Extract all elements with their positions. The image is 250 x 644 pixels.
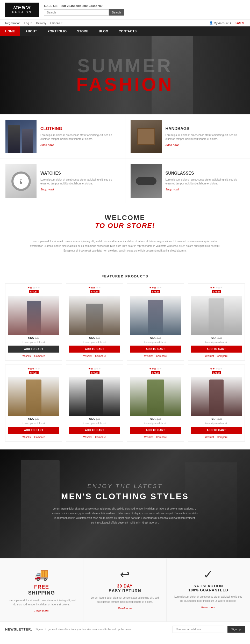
category-clothing: CLOTHING Lorem ipsum dolor sit amet cons… <box>0 114 125 159</box>
welcome-subtitle: TO OUR STORE! <box>26 222 224 230</box>
add-to-cart-btn-4[interactable]: ADD TO CART <box>191 346 242 353</box>
compare-2[interactable]: Compare <box>95 355 106 357</box>
banner-content: ENJOY THE LATEST MEN'S CLOTHING STYLES L… <box>0 483 250 525</box>
registration-link[interactable]: Registration <box>5 22 20 25</box>
feature-satisfaction: ✓ SATISFACTION 100% GUARANTEED Lorem ips… <box>167 559 250 621</box>
logo-text: MEN'S <box>13 5 31 10</box>
add-to-cart-btn-8[interactable]: ADD TO CART <box>191 427 242 434</box>
shipping-title-2: SHIPPING <box>28 590 55 596</box>
sunglasses-link[interactable]: Shop now! <box>166 188 179 191</box>
cart-link[interactable]: CART <box>235 21 245 25</box>
wishlist-5[interactable]: Wishlist <box>23 436 31 439</box>
newsletter-label: NEWSLETTER: <box>5 627 32 631</box>
newsletter-signup-button[interactable]: Sign up <box>227 626 245 633</box>
compare-3[interactable]: Compare <box>156 355 167 357</box>
satisfaction-link[interactable]: Read more <box>201 606 215 609</box>
delivery-link[interactable]: Delivery <box>36 22 46 25</box>
add-to-cart-btn-3[interactable]: ADD TO CART <box>130 346 181 353</box>
wishlist-8[interactable]: Wishlist <box>205 436 214 439</box>
product-actions-6: Wishlist Compare <box>69 435 120 439</box>
stars-6: ★★★★★ <box>69 367 120 370</box>
watches-desc: Lorem ipsum dolor sit amet conse ctetur … <box>40 178 120 185</box>
product-desc-3: Lorem ipsum dolor sit <box>130 341 181 344</box>
nav-contacts[interactable]: CONTACTS <box>113 26 142 36</box>
add-to-cart-btn-7[interactable]: ADD TO CART <box>130 427 181 434</box>
shipping-link[interactable]: Read more <box>34 609 48 612</box>
product-desc-6: Lorem ipsum dolor sit <box>69 422 120 425</box>
nav-home[interactable]: HOME <box>0 26 20 36</box>
logo[interactable]: MEN'S FASHION <box>5 3 39 17</box>
checkout-link[interactable]: Checkout <box>50 22 62 25</box>
add-to-cart-btn-2[interactable]: ADD TO CART <box>69 346 120 353</box>
wishlist-2[interactable]: Wishlist <box>83 355 92 357</box>
search-button[interactable]: Search <box>109 9 124 16</box>
satisfaction-icon: ✓ <box>203 568 213 581</box>
product-actions-1: Wishlist Compare <box>8 354 59 358</box>
phone-number: 800-23456789, 800-23456789 <box>61 4 102 8</box>
product-desc-8: Lorem ipsum dolor sit <box>191 422 242 425</box>
shipping-icon: 🚚 <box>34 568 49 581</box>
watches-link[interactable]: Shop now! <box>40 188 54 191</box>
satisfaction-title-2: 100% GUARANTEED <box>188 588 228 592</box>
search-input[interactable] <box>44 9 109 16</box>
product-desc-1: Lorem ipsum dolor sit <box>8 341 59 344</box>
newsletter-input[interactable] <box>173 626 224 633</box>
compare-7[interactable]: Compare <box>156 436 167 439</box>
product-card-6: ★★★★★ SALE! $65$72 Lorem ipsum dolor sit… <box>66 364 123 442</box>
handbags-link[interactable]: Shop now! <box>166 143 179 146</box>
product-desc-4: Lorem ipsum dolor sit <box>191 341 242 344</box>
add-to-cart-btn-5[interactable]: ADD TO CART <box>8 427 59 434</box>
satisfaction-title-1: SATISFACTION <box>194 584 223 588</box>
compare-5[interactable]: Compare <box>34 436 45 439</box>
login-link[interactable]: Log In <box>24 22 32 25</box>
hero-line2: FASHION <box>76 75 174 94</box>
product-card-3: ★★★★★ SALE! $65$72 Lorem ipsum dolor sit… <box>127 283 184 361</box>
add-to-cart-btn-1[interactable]: ADD TO CART <box>8 346 59 353</box>
wishlist-1[interactable]: Wishlist <box>23 355 31 357</box>
product-img-8 <box>191 377 242 416</box>
compare-4[interactable]: Compare <box>217 355 227 357</box>
sunglasses-content: SUNGLASSES Lorem ipsum dolor sit amet co… <box>166 171 245 191</box>
stars-8: ★★★★★ <box>191 367 242 370</box>
featured-title: FEATURED PRODUCTS <box>5 269 245 278</box>
header-middle: CALL US: 800-23456789, 800-23456789 Sear… <box>39 4 245 16</box>
clothing-link[interactable]: Shop now! <box>40 143 54 146</box>
products-grid: ★★★★★ SALE! $65$72 Lorem ipsum dolor sit… <box>5 283 245 442</box>
sale-badge-6: SALE! <box>90 371 99 374</box>
add-to-cart-btn-6[interactable]: ADD TO CART <box>69 427 120 434</box>
return-title-2: EASY RETURN <box>109 589 141 593</box>
product-img-3 <box>130 296 181 335</box>
main-nav: HOME ABOUT PORTFOLIO STORE BLOG CONTACTS <box>0 26 250 36</box>
account-link[interactable]: 👤 My Account ▼ <box>209 21 232 25</box>
wishlist-4[interactable]: Wishlist <box>205 355 214 357</box>
compare-8[interactable]: Compare <box>217 436 227 439</box>
product-actions-7: Wishlist Compare <box>130 435 181 439</box>
wishlist-3[interactable]: Wishlist <box>144 355 153 357</box>
nav-about[interactable]: ABOUT <box>20 26 42 36</box>
product-price-5: $65$72 <box>8 417 59 421</box>
product-actions-8: Wishlist Compare <box>191 435 242 439</box>
sale-badge-3: SALE! <box>151 290 160 293</box>
compare-6[interactable]: Compare <box>95 436 106 439</box>
nav-store[interactable]: STORE <box>72 26 94 36</box>
return-link[interactable]: Read more <box>118 607 132 610</box>
compare-1[interactable]: Compare <box>34 355 45 357</box>
sale-badge-4: SALE! <box>212 290 221 293</box>
watches-title: WATCHES <box>40 171 120 176</box>
product-img-5 <box>8 377 59 416</box>
wishlist-7[interactable]: Wishlist <box>144 436 153 439</box>
nav-portfolio[interactable]: PORTFOLIO <box>42 26 72 36</box>
search-form: Search <box>44 9 245 16</box>
sale-badge-7: SALE! <box>151 371 160 374</box>
newsletter-section: NEWSLETTER: Sign up to get exclusive off… <box>0 622 250 637</box>
sale-badge-5: SALE! <box>29 371 39 374</box>
product-desc-2: Lorem ipsum dolor sit <box>69 341 120 344</box>
hero-line1: SUMMER <box>76 56 174 75</box>
product-desc-7: Lorem ipsum dolor sit <box>130 422 181 425</box>
sunglasses-title: SUNGLASSES <box>166 171 245 176</box>
nav-blog[interactable]: BLOG <box>94 26 113 36</box>
welcome-text: Lorem ipsum dolor sit amet conse ctetur … <box>26 239 224 253</box>
category-watches: 1236 9 WATCHES Lorem ipsum dolor sit ame… <box>0 159 125 203</box>
wishlist-6[interactable]: Wishlist <box>83 436 92 439</box>
stars-1: ★★★★★ <box>8 286 59 289</box>
